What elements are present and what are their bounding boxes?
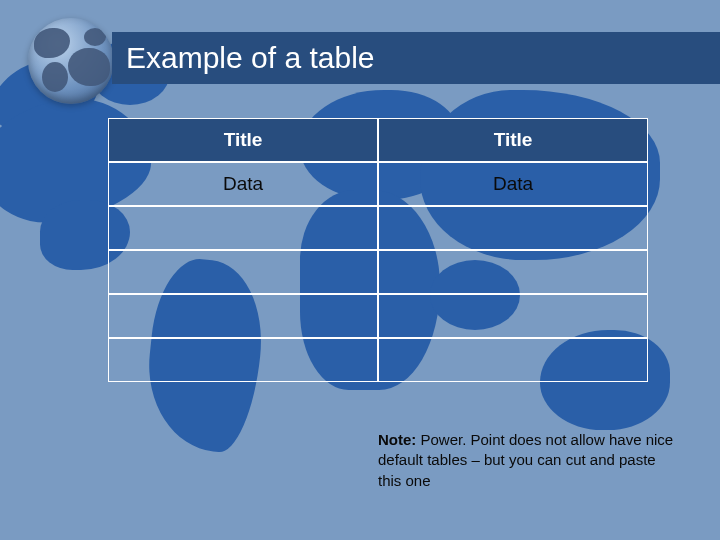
footer-note: Note: Power. Point does not allow have n… bbox=[378, 430, 678, 491]
table-cell bbox=[108, 294, 378, 338]
table-cell bbox=[108, 250, 378, 294]
table-row bbox=[108, 294, 648, 338]
table-row bbox=[108, 338, 648, 382]
table-row bbox=[108, 206, 648, 250]
table-header-cell: Title bbox=[378, 118, 648, 162]
table-cell bbox=[108, 338, 378, 382]
note-text: Power. Point does not allow have nice de… bbox=[378, 431, 673, 489]
table-cell bbox=[378, 250, 648, 294]
slide-title: Example of a table bbox=[126, 41, 374, 75]
table-row: Data Data bbox=[108, 162, 648, 206]
table-header-cell: Title bbox=[108, 118, 378, 162]
table-cell bbox=[378, 294, 648, 338]
table-cell bbox=[378, 206, 648, 250]
title-bar: Example of a table bbox=[112, 32, 720, 84]
globe-icon bbox=[28, 18, 114, 104]
note-label: Note: bbox=[378, 431, 416, 448]
table-cell: Data bbox=[378, 162, 648, 206]
table-cell: Data bbox=[108, 162, 378, 206]
table-row bbox=[108, 250, 648, 294]
example-table: Title Title Data Data bbox=[108, 118, 648, 382]
table-cell bbox=[108, 206, 378, 250]
table-header-row: Title Title bbox=[108, 118, 648, 162]
table-cell bbox=[378, 338, 648, 382]
slide: Example of a table Title Title Data Data bbox=[0, 0, 720, 540]
